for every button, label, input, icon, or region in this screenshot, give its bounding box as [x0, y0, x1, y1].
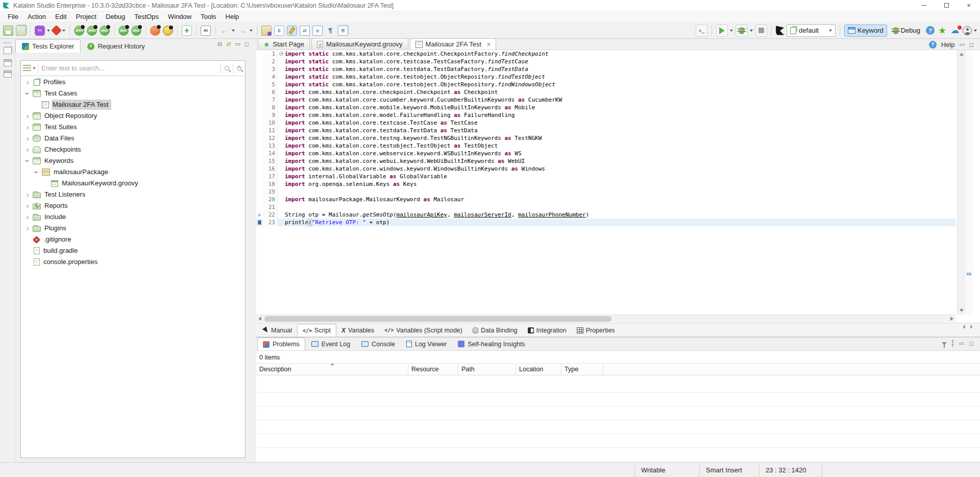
tree-item-test-listeners[interactable]: ›Test Listeners — [21, 189, 245, 200]
collapse-all-icon[interactable]: ⊟ — [217, 41, 222, 47]
search-icon[interactable] — [225, 66, 229, 70]
view-tab-data-binding[interactable]: Data Binding — [468, 324, 523, 337]
editor-maximize-icon[interactable]: ◻ — [969, 41, 974, 48]
view-tab-manual[interactable]: Manual — [258, 324, 297, 337]
tree-item-include[interactable]: ›Include — [21, 211, 245, 223]
window-maximize-button[interactable] — [935, 0, 958, 11]
tree-item-build-gradle[interactable]: build.gradle — [21, 245, 245, 256]
window-minimize-button[interactable] — [913, 0, 935, 11]
bottom-tab-self-healing-insights[interactable]: Self-healing Insights — [453, 338, 530, 350]
debug-perspective-button[interactable]: Debug — [890, 25, 923, 37]
column-header-path[interactable]: Path — [458, 364, 516, 375]
tree-item-plugins[interactable]: ›Plugins — [21, 223, 245, 234]
new-item-icon[interactable] — [182, 26, 192, 36]
help-icon[interactable]: ? — [926, 26, 935, 35]
account-avatar-icon[interactable] — [963, 26, 972, 35]
annotation-icon[interactable] — [312, 26, 323, 36]
scroll-tabs-right-icon[interactable] — [970, 325, 973, 329]
chevron-collapsed-icon[interactable]: › — [25, 112, 30, 120]
bottom-tab-log-viewer[interactable]: LOGLog Viewer — [401, 338, 452, 350]
dropdown-arrow-icon[interactable] — [232, 30, 235, 32]
editor-tab-mailosaur-2fa-test[interactable]: Mailosaur 2FA Test× — [410, 38, 497, 50]
window-close-button[interactable]: × — [958, 0, 980, 11]
explorer-tab-tests-explorer[interactable]: Tests Explorer — [15, 39, 81, 53]
dropdown-arrow-icon[interactable] — [750, 30, 753, 32]
save-icon[interactable] — [3, 26, 13, 36]
back-icon[interactable]: ← — [219, 26, 230, 36]
save-all-icon[interactable] — [16, 26, 26, 36]
compare-icon[interactable] — [300, 26, 310, 36]
katalon-dark-icon[interactable] — [776, 26, 784, 35]
explorer-tab-request-history[interactable]: Request History — [81, 39, 151, 53]
tree-item-keywords[interactable]: ›Keywords — [21, 155, 245, 166]
keyword-browser-button[interactable]: Keyword — [844, 25, 887, 37]
open-resource-icon[interactable] — [261, 26, 272, 36]
horizontal-scrollbar[interactable] — [256, 315, 955, 322]
dropdown-arrow-icon[interactable] — [730, 30, 733, 32]
help-label[interactable]: Help — [941, 41, 955, 49]
tree-item-object-repository[interactable]: ›Object Repository — [21, 110, 245, 122]
tree-item-profiles[interactable]: ›Profiles — [21, 77, 245, 88]
column-header-location[interactable]: Location — [516, 364, 561, 375]
chevron-collapsed-icon[interactable]: › — [25, 213, 30, 221]
problems-table-body[interactable] — [256, 379, 980, 462]
tree-item-reports[interactable]: ›Reports — [21, 200, 245, 211]
tree-item-checkpoints[interactable]: ›Checkpoints — [21, 144, 245, 155]
help-icon[interactable]: ? — [929, 41, 937, 49]
view-menu-icon[interactable] — [952, 340, 953, 347]
advanced-search-icon[interactable] — [237, 66, 241, 70]
wsdl-add-icon[interactable]: WSDL — [118, 26, 129, 36]
paragraph-icon[interactable]: ¶ — [325, 26, 335, 36]
record-mobile-icon[interactable] — [163, 26, 173, 36]
debug-run-button[interactable] — [736, 25, 748, 37]
chevron-collapsed-icon[interactable]: › — [25, 225, 30, 232]
open-api-add-icon[interactable]: OPEN — [74, 26, 84, 36]
search-web-icon[interactable]: c — [274, 26, 284, 36]
filter-icon[interactable] — [23, 65, 31, 72]
editor-tab-start-page[interactable]: ★Start Page — [258, 38, 310, 50]
menu-item-testops[interactable]: TestOps — [130, 12, 163, 21]
tree-item-mailosaur-2fa-test[interactable]: Mailosaur 2FA Test — [21, 99, 245, 110]
spy-web-icon[interactable] — [51, 25, 62, 36]
menu-item-help[interactable]: Help — [221, 12, 244, 21]
execution-profile-select[interactable]: default — [787, 25, 836, 37]
collapse-fold-icon[interactable] — [279, 52, 283, 56]
tree-item-mailosaurkeyword-groovy[interactable]: MailosaurKeyword.groovy — [21, 178, 245, 189]
chevron-collapsed-icon[interactable]: › — [25, 202, 30, 209]
filter-problems-icon[interactable] — [942, 342, 947, 345]
chevron-collapsed-icon[interactable]: › — [25, 79, 30, 86]
view-tab-integration[interactable]: Integration — [523, 324, 572, 337]
tree-item--gitignore[interactable]: .gitignore — [21, 234, 245, 245]
dropdown-arrow-icon[interactable] — [62, 30, 65, 32]
editor-tab-mailosaurkeyword-groovy[interactable]: gMailosaurKeyword.groovy — [311, 38, 408, 50]
tree-item-console-properties[interactable]: console.properties — [21, 256, 245, 268]
hscroll-thumb[interactable] — [264, 316, 611, 322]
code-editor[interactable]: 1import static com.kms.katalon.core.chec… — [256, 50, 955, 315]
tree-item-test-cases[interactable]: ›Test Cases — [21, 88, 245, 99]
toggle-highlight-icon[interactable] — [287, 26, 297, 36]
panel-minimize-icon[interactable]: ▭ — [235, 41, 240, 47]
menu-item-debug[interactable]: Debug — [101, 12, 130, 21]
chevron-collapsed-icon[interactable]: › — [25, 191, 30, 198]
testops-cloud-icon[interactable]: ☁ — [950, 26, 960, 36]
tree-item-test-suites[interactable]: ›Test Suites — [21, 122, 245, 133]
chevron-expanded-icon[interactable]: › — [24, 158, 31, 163]
chevron-collapsed-icon[interactable]: › — [25, 135, 30, 142]
close-tab-icon[interactable]: × — [486, 40, 491, 49]
vertical-scrollbar[interactable] — [957, 50, 966, 315]
view-tab-script[interactable]: </>Script — [297, 324, 336, 337]
menu-item-action[interactable]: Action — [23, 12, 51, 21]
ai-icon[interactable]: AI — [201, 26, 211, 36]
chevron-expanded-icon[interactable]: › — [24, 91, 31, 96]
wsdl-import-icon[interactable]: WSDL — [131, 26, 141, 36]
profile-dropdown-arrow-icon[interactable] — [829, 30, 832, 32]
chevron-expanded-icon[interactable]: › — [33, 170, 40, 175]
forward-icon[interactable]: → — [237, 26, 248, 36]
dropdown-arrow-icon[interactable] — [250, 30, 253, 32]
dock-grip[interactable] — [4, 42, 12, 43]
menu-item-tools[interactable]: Tools — [196, 12, 220, 21]
minimized-view-icon[interactable] — [4, 59, 12, 66]
favorites-star-icon[interactable]: ★ — [937, 26, 947, 36]
spy-mobile-icon[interactable] — [150, 26, 160, 36]
bottom-tab-console[interactable]: Console — [356, 338, 400, 350]
